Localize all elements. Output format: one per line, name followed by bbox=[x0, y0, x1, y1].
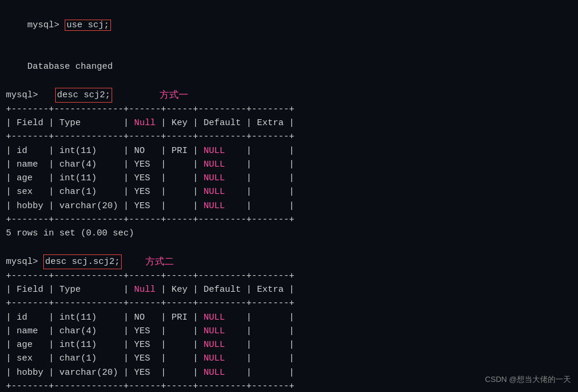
null-age-1: NULL bbox=[204, 173, 225, 183]
table2-divider-mid: +-------+-------------+------+-----+----… bbox=[6, 297, 572, 310]
table2-row-sex: | sex | char(1) | YES | | NULL | | bbox=[6, 352, 572, 365]
null-header-1: Null bbox=[134, 118, 155, 128]
line-3: mysql> desc scj2;方式一 bbox=[6, 88, 572, 103]
table1-row-age: | age | int(11) | YES | | NULL | | bbox=[6, 171, 572, 185]
table2-row-age: | age | int(11) | YES | | NULL | | bbox=[6, 338, 572, 352]
table2-row-id: | id | int(11) | NO | PRI | NULL | | bbox=[6, 311, 572, 324]
line-section2: mysql> desc scj.scj2;方式二 bbox=[6, 254, 572, 269]
line-1: mysql> use scj; bbox=[6, 5, 572, 46]
watermark: CSDN @想当大佬的一天 bbox=[485, 374, 571, 385]
null-age-2: NULL bbox=[204, 340, 225, 350]
command-3: desc scj2; bbox=[55, 88, 112, 103]
table2-row-name: | name | char(4) | YES | | NULL | | bbox=[6, 324, 572, 338]
blank-1 bbox=[6, 240, 572, 254]
label-fangshi-2: 方式二 bbox=[145, 254, 174, 269]
prompt-1: mysql> bbox=[27, 20, 65, 30]
label-fangshi-1: 方式一 bbox=[160, 88, 188, 103]
line-2: Database changed bbox=[6, 46, 572, 88]
null-hobby-1: NULL bbox=[204, 201, 225, 211]
table2-header: | Field | Type | Null | Key | Default | … bbox=[6, 283, 572, 297]
table1-divider-top: +-------+-------------+------+-----+----… bbox=[6, 103, 572, 116]
table1-row-hobby: | hobby | varchar(20) | YES | | NULL | | bbox=[6, 199, 572, 213]
null-header-2: Null bbox=[134, 285, 155, 295]
command-s2: desc scj.scj2; bbox=[43, 254, 122, 269]
prompt-s2: mysql> bbox=[6, 255, 43, 269]
db-changed: Database changed bbox=[27, 62, 113, 72]
table1-divider-bot: +-------+-------------+------+-----+----… bbox=[6, 213, 572, 227]
null-id-2: NULL bbox=[204, 313, 225, 323]
null-hobby-2: NULL bbox=[204, 368, 225, 378]
table1-rowcount: 5 rows in set (0.00 sec) bbox=[6, 227, 572, 240]
table2-divider-top: +-------+-------------+------+-----+----… bbox=[6, 269, 572, 283]
null-sex-2: NULL bbox=[204, 353, 225, 364]
null-sex-1: NULL bbox=[204, 187, 225, 197]
table1-header: | Field | Type | Null | Key | Default | … bbox=[6, 116, 572, 130]
terminal: mysql> use scj; Database changed mysql> … bbox=[0, 0, 578, 392]
null-name-2: NULL bbox=[204, 326, 225, 336]
table1-row-id: | id | int(11) | NO | PRI | NULL | | bbox=[6, 144, 572, 158]
table1-divider-mid: +-------+-------------+------+-----+----… bbox=[6, 130, 572, 144]
prompt-3: mysql> bbox=[6, 88, 43, 102]
table1-row-name: | name | char(4) | YES | | NULL | | bbox=[6, 158, 572, 171]
command-1: use scj; bbox=[65, 20, 111, 31]
null-name-1: NULL bbox=[204, 160, 225, 170]
null-id-1: NULL bbox=[204, 146, 225, 156]
table1-row-sex: | sex | char(1) | YES | | NULL | | bbox=[6, 185, 572, 199]
